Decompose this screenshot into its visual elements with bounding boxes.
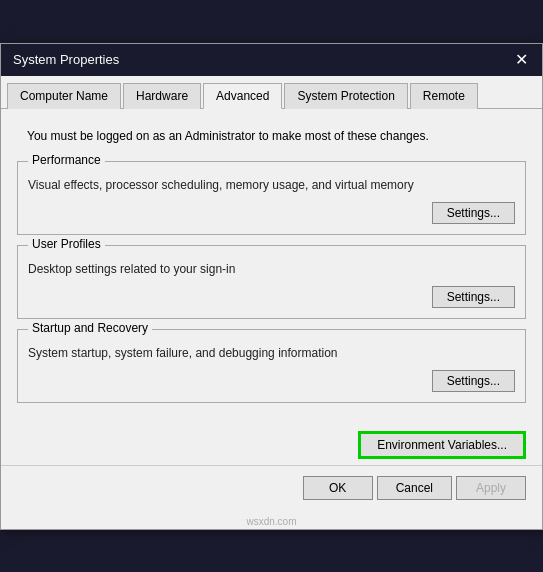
startup-recovery-btn-row: Settings... (28, 370, 515, 392)
tab-hardware[interactable]: Hardware (123, 83, 201, 109)
performance-label: Performance (28, 153, 105, 167)
window-title: System Properties (13, 52, 119, 67)
system-properties-window: System Properties ✕ Computer Name Hardwa… (0, 43, 543, 530)
close-button[interactable]: ✕ (513, 52, 530, 68)
ok-button[interactable]: OK (303, 476, 373, 500)
cancel-button[interactable]: Cancel (377, 476, 452, 500)
tab-bar: Computer Name Hardware Advanced System P… (1, 76, 542, 109)
info-message: You must be logged on as an Administrato… (17, 121, 526, 151)
apply-button[interactable]: Apply (456, 476, 526, 500)
tab-advanced[interactable]: Advanced (203, 83, 282, 109)
tab-remote[interactable]: Remote (410, 83, 478, 109)
startup-recovery-section: Startup and Recovery System startup, sys… (17, 329, 526, 403)
performance-settings-button[interactable]: Settings... (432, 202, 515, 224)
user-profiles-content: Desktop settings related to your sign-in… (18, 246, 525, 318)
user-profiles-btn-row: Settings... (28, 286, 515, 308)
tab-system-protection[interactable]: System Protection (284, 83, 407, 109)
environment-variables-button[interactable]: Environment Variables... (358, 431, 526, 459)
performance-btn-row: Settings... (28, 202, 515, 224)
watermark: wsxdn.com (1, 514, 542, 529)
startup-recovery-label: Startup and Recovery (28, 321, 152, 335)
bottom-actions: OK Cancel Apply (1, 465, 542, 514)
startup-recovery-settings-button[interactable]: Settings... (432, 370, 515, 392)
main-content: You must be logged on as an Administrato… (1, 109, 542, 425)
user-profiles-description: Desktop settings related to your sign-in (28, 262, 515, 276)
environment-variables-row: Environment Variables... (1, 425, 542, 465)
performance-description: Visual effects, processor scheduling, me… (28, 178, 515, 192)
title-bar: System Properties ✕ (1, 44, 542, 76)
user-profiles-section: User Profiles Desktop settings related t… (17, 245, 526, 319)
startup-recovery-description: System startup, system failure, and debu… (28, 346, 515, 360)
performance-content: Visual effects, processor scheduling, me… (18, 162, 525, 234)
performance-section: Performance Visual effects, processor sc… (17, 161, 526, 235)
user-profiles-settings-button[interactable]: Settings... (432, 286, 515, 308)
user-profiles-label: User Profiles (28, 237, 105, 251)
tab-computer-name[interactable]: Computer Name (7, 83, 121, 109)
startup-recovery-content: System startup, system failure, and debu… (18, 330, 525, 402)
